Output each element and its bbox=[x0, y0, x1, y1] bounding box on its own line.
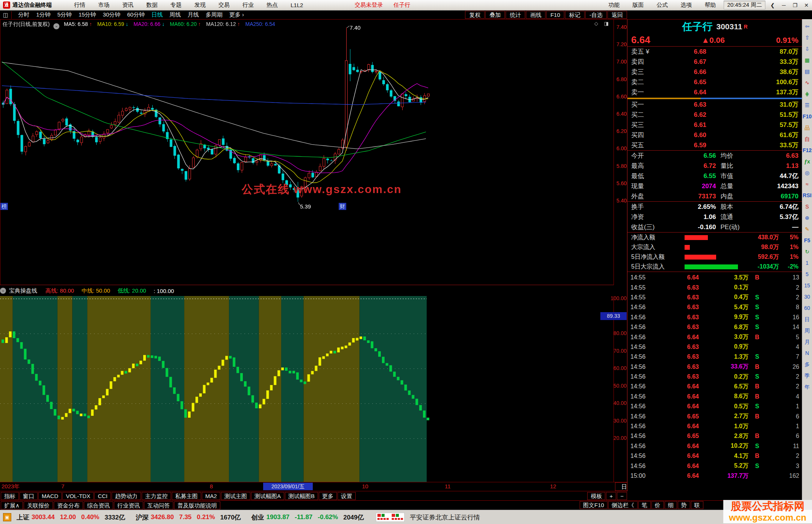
menu-item[interactable]: 行情 bbox=[74, 2, 85, 9]
bid-row[interactable]: 买五6.5933.5万 bbox=[627, 140, 802, 150]
indicator-tab[interactable]: 更多 bbox=[319, 492, 337, 500]
pencil-icon[interactable]: ✎ bbox=[802, 224, 812, 236]
bid-row[interactable]: 买四6.6061.6万 bbox=[627, 130, 802, 140]
chart-tool-button[interactable]: 统计 bbox=[506, 11, 525, 19]
period-tab[interactable]: 月线 bbox=[188, 11, 199, 18]
bid-row[interactable]: 买三6.6157.5万 bbox=[627, 120, 802, 130]
quote-view-tab[interactable]: 联 bbox=[691, 501, 703, 509]
period-tab[interactable]: 分时 bbox=[18, 11, 29, 18]
menu-item[interactable]: 功能 bbox=[608, 2, 620, 9]
main-chart[interactable]: 任子行(日线,前复权) ⌄ MA5: 6.58 ↑MA10: 6.59 ↓MA2… bbox=[0, 19, 614, 285]
indicator-tab[interactable]: 测试幅图B bbox=[285, 492, 318, 500]
menu-item[interactable]: 交易 bbox=[218, 2, 230, 9]
structure-icon[interactable]: 品 bbox=[802, 123, 812, 134]
chart-tool-button[interactable]: 标记 bbox=[565, 11, 585, 19]
menu-stock-shortcut[interactable]: 任子行 bbox=[393, 2, 410, 9]
chart-tool-button[interactable]: 返回 bbox=[607, 11, 627, 19]
period-multi[interactable]: 多 bbox=[802, 359, 812, 371]
indicator-tab[interactable]: MACD bbox=[38, 492, 62, 500]
down-arrow-icon[interactable]: ⇩ bbox=[802, 44, 812, 55]
period-tab[interactable]: 日线 bbox=[151, 11, 163, 18]
menu-item[interactable]: 选项 bbox=[680, 2, 692, 9]
report-icon[interactable]: ▦ bbox=[802, 55, 812, 66]
template-control-tab[interactable]: − bbox=[617, 492, 627, 500]
menu-item[interactable]: 公式 bbox=[656, 2, 668, 9]
chart-corner-icons[interactable]: ◇ ◨ bbox=[594, 21, 611, 26]
period-tab[interactable]: 5分钟 bbox=[58, 11, 72, 18]
quote-view-tab[interactable]: 笔 bbox=[638, 501, 651, 509]
period-n[interactable]: N bbox=[802, 348, 812, 359]
extension-tab[interactable]: 综合资讯 bbox=[84, 501, 113, 509]
indicator-tab[interactable]: 指标 bbox=[1, 492, 19, 500]
ask-row[interactable]: 卖二6.65100.6万 bbox=[627, 77, 802, 87]
period-1-min[interactable]: 1 bbox=[802, 258, 812, 269]
indicator-tab[interactable]: 窗口 bbox=[20, 492, 38, 500]
signal-icon[interactable]: S bbox=[802, 202, 812, 213]
indicator-tab[interactable]: VOL-TDX bbox=[62, 492, 94, 500]
period-tab[interactable]: 60分钟 bbox=[127, 11, 145, 18]
extension-tab[interactable]: 互动问答 bbox=[144, 501, 173, 509]
extension-tab[interactable]: 行业资讯 bbox=[114, 501, 143, 509]
window-control-button[interactable]: ❐ bbox=[789, 2, 801, 8]
index-name[interactable]: 沪深 bbox=[136, 513, 148, 522]
indicator-tab[interactable]: MA2 bbox=[202, 492, 220, 500]
quote-view-tab[interactable]: 势 bbox=[678, 501, 690, 509]
extension-tab[interactable]: 关联报价 bbox=[24, 501, 53, 509]
f12-icon[interactable]: F12 bbox=[802, 145, 812, 157]
menu-item[interactable]: 专题 bbox=[170, 2, 182, 9]
window-control-button[interactable]: ❮ bbox=[767, 2, 778, 8]
menu-item[interactable]: L1L2 bbox=[291, 2, 303, 8]
market-status-icon[interactable]: ▣ bbox=[3, 513, 11, 521]
menu-item[interactable]: 数据 bbox=[146, 2, 158, 9]
chart-tool-button[interactable]: F10 bbox=[546, 11, 564, 19]
up-arrow-icon[interactable]: ⇧ bbox=[802, 33, 812, 44]
indicator-tab[interactable]: 测试主图 bbox=[221, 492, 250, 500]
extension-tab[interactable]: 扩展∧ bbox=[1, 501, 23, 509]
period-tab[interactable]: 15分钟 bbox=[79, 11, 96, 18]
f10-icon[interactable]: F10 bbox=[802, 112, 812, 123]
menu-item[interactable]: 发现 bbox=[194, 2, 206, 9]
period-tab[interactable]: 更多 › bbox=[229, 11, 244, 18]
window-control-button[interactable]: ─ bbox=[778, 2, 789, 8]
minute-line-icon[interactable]: ∿ bbox=[802, 78, 812, 89]
ask-row[interactable]: 卖五 ¥6.6887.0万 bbox=[627, 47, 802, 57]
menu-item[interactable]: 热点 bbox=[267, 2, 278, 9]
menu-item[interactable]: 市场 bbox=[98, 2, 109, 9]
index-name[interactable]: 创业 bbox=[251, 513, 264, 522]
layout-split-icon[interactable]: ◫ bbox=[3, 12, 8, 18]
ask-row[interactable]: 卖四6.6733.3万 bbox=[627, 57, 802, 67]
extension-tab[interactable]: 资金分布 bbox=[54, 501, 83, 509]
period-tab[interactable]: 1分钟 bbox=[36, 11, 50, 18]
chart-tool-button[interactable]: 画线 bbox=[526, 11, 545, 19]
period-5-min[interactable]: 5 bbox=[802, 269, 812, 281]
f5-icon[interactable]: F5 bbox=[802, 236, 812, 247]
ask-row[interactable]: 卖三6.6638.6万 bbox=[627, 67, 802, 77]
period-month[interactable]: 月 bbox=[802, 337, 812, 348]
oscillator-canvas[interactable] bbox=[0, 296, 614, 482]
period-15-min[interactable]: 15 bbox=[802, 281, 812, 292]
period-year[interactable]: 年 bbox=[802, 382, 812, 393]
transaction-list[interactable]: 14:556.64 3.5万 B 13 14:556.63 0.1万 2 14:… bbox=[627, 272, 802, 491]
indicator-name[interactable]: 宝典操盘线 bbox=[9, 287, 37, 294]
wave-icon[interactable]: ≈ bbox=[802, 179, 812, 190]
quote-view-tab[interactable]: 细 bbox=[665, 501, 677, 509]
news-icon[interactable]: ☰ bbox=[802, 100, 812, 112]
quote-view-tab[interactable]: 图文F10 bbox=[580, 501, 607, 509]
cycle-icon[interactable]: ◎ bbox=[802, 168, 812, 179]
rsi-icon[interactable]: RSI bbox=[802, 190, 812, 202]
chart-tool-button[interactable]: -自选 bbox=[585, 11, 607, 19]
period-tab[interactable]: 30分钟 bbox=[103, 11, 121, 18]
chart-tool-button[interactable]: 叠加 bbox=[485, 11, 505, 19]
indicator-tab[interactable]: 设置 bbox=[338, 492, 356, 500]
menu-item[interactable]: 资讯 bbox=[122, 2, 133, 9]
period-day[interactable]: 日 bbox=[802, 314, 812, 326]
quote-table-icon[interactable]: ▤ bbox=[802, 66, 812, 78]
bid-row[interactable]: 买一6.6331.0万 bbox=[627, 100, 802, 110]
indicator-tab[interactable]: 主力监控 bbox=[142, 492, 171, 500]
collapse-chevron-icon[interactable]: ⌄ bbox=[0, 288, 6, 294]
period-30-min[interactable]: 30 bbox=[802, 292, 812, 303]
ask-row[interactable]: 卖一6.64137.3万 bbox=[627, 87, 802, 97]
period-week[interactable]: 周 bbox=[802, 326, 812, 337]
quote-view-tab[interactable]: 价 bbox=[651, 501, 664, 509]
collapse-chevron-icon[interactable]: ⌄ bbox=[53, 23, 59, 29]
